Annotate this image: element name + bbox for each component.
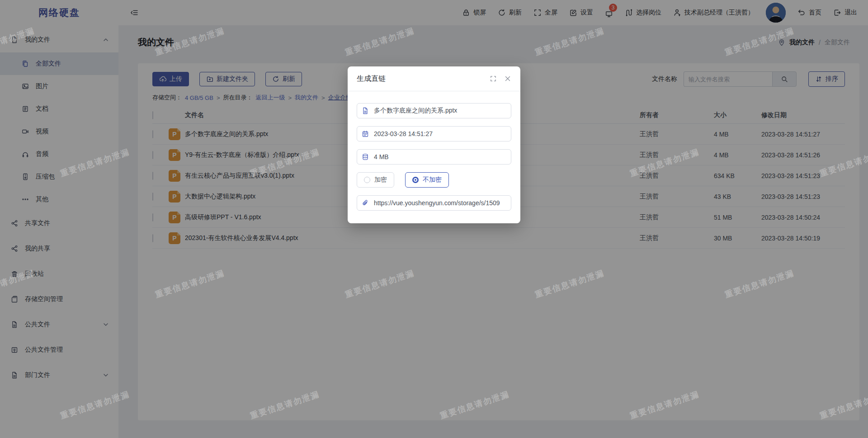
database-icon	[362, 153, 369, 160]
dialog-header: 生成直链	[348, 66, 520, 91]
dialog-close-icon[interactable]	[504, 75, 511, 82]
dialog-title: 生成直链	[357, 74, 386, 84]
calendar-icon	[362, 130, 369, 137]
encrypt-radio[interactable]: 加密	[357, 172, 394, 188]
encrypt-radio-group: 加密 不加密	[357, 172, 511, 188]
link-file-name-field	[357, 103, 511, 118]
link-file-name-input[interactable]	[373, 107, 506, 115]
radio-unchecked-icon	[364, 177, 370, 183]
no-encrypt-radio[interactable]: 不加密	[405, 172, 449, 188]
link-modified-field	[357, 126, 511, 141]
dialog-maximize-icon[interactable]	[490, 75, 497, 82]
file-icon	[362, 107, 369, 114]
generate-link-dialog: 生成直链 加密 不加密	[348, 66, 520, 223]
link-size-field	[357, 149, 511, 165]
direct-link-input[interactable]	[373, 199, 506, 207]
link-size-input[interactable]	[373, 153, 506, 161]
paperclip-icon	[362, 199, 369, 207]
direct-link-field	[357, 195, 511, 211]
dialog-body: 加密 不加密	[348, 91, 520, 223]
link-modified-input[interactable]	[373, 130, 506, 138]
radio-checked-icon	[412, 177, 419, 183]
